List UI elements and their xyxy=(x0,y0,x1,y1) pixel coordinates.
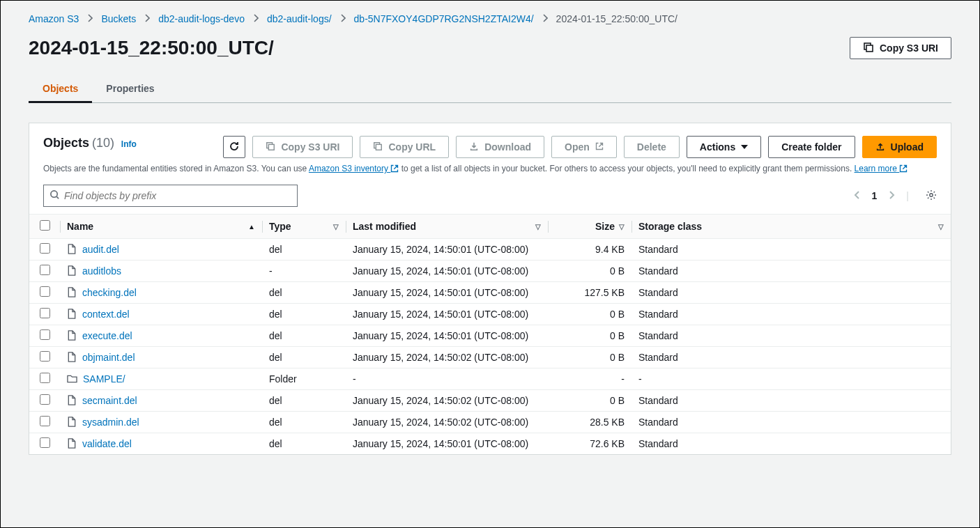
col-header-name[interactable]: Name▲ xyxy=(60,215,262,239)
breadcrumb-link[interactable]: Amazon S3 xyxy=(29,13,79,24)
cell-storage: Standard xyxy=(631,282,951,304)
row-checkbox[interactable] xyxy=(40,308,50,318)
breadcrumb-link[interactable]: db2-audit-logs-devo xyxy=(158,13,245,24)
cell-size: 127.5 KB xyxy=(548,282,631,304)
col-storage-label: Storage class xyxy=(638,221,702,232)
row-checkbox[interactable] xyxy=(40,373,50,383)
settings-button[interactable] xyxy=(926,189,937,203)
row-checkbox[interactable] xyxy=(40,286,50,297)
open-button[interactable]: Open xyxy=(551,136,617,158)
chevron-right-icon xyxy=(253,14,259,24)
panel-title: Objects xyxy=(43,136,89,150)
folder-icon xyxy=(67,374,77,384)
filter-icon: ▽ xyxy=(535,223,541,231)
cell-type: Folder xyxy=(262,368,346,390)
copy-s3-uri-label: Copy S3 URI xyxy=(880,42,938,54)
sort-asc-icon: ▲ xyxy=(248,223,255,231)
row-checkbox[interactable] xyxy=(40,437,50,448)
filter-icon: ▽ xyxy=(619,223,625,231)
object-name-link[interactable]: execute.del xyxy=(82,330,132,341)
object-name-link[interactable]: objmaint.del xyxy=(82,352,135,363)
cell-storage: Standard xyxy=(631,325,951,347)
copy-icon xyxy=(373,141,383,153)
table-row: validate.deldelJanuary 15, 2024, 14:50:0… xyxy=(29,433,951,455)
learn-more-link[interactable]: Learn more xyxy=(855,164,908,173)
cell-size: - xyxy=(548,368,631,390)
copy-url-button[interactable]: Copy URL xyxy=(360,136,449,158)
row-checkbox[interactable] xyxy=(40,351,50,362)
prev-page-button[interactable] xyxy=(854,190,861,202)
select-all-checkbox[interactable] xyxy=(40,220,50,231)
create-folder-button[interactable]: Create folder xyxy=(768,136,855,158)
file-icon xyxy=(67,352,77,362)
cell-modified: January 15, 2024, 14:50:01 (UTC-08:00) xyxy=(346,282,548,304)
cell-size: 0 B xyxy=(548,347,631,368)
tab-objects[interactable]: Objects xyxy=(29,76,92,103)
info-link[interactable]: Info xyxy=(121,139,137,149)
cell-modified: January 15, 2024, 14:50:01 (UTC-08:00) xyxy=(346,433,548,455)
delete-label: Delete xyxy=(637,141,666,153)
table-row: sysadmin.deldelJanuary 15, 2024, 14:50:0… xyxy=(29,412,951,433)
cell-type: del xyxy=(262,347,346,368)
col-type-label: Type xyxy=(269,221,291,232)
col-header-size[interactable]: Size▽ xyxy=(548,215,631,239)
download-label: Download xyxy=(484,141,531,153)
next-page-button[interactable] xyxy=(888,190,895,202)
upload-label: Upload xyxy=(891,141,924,153)
download-button[interactable]: Download xyxy=(456,136,544,158)
upload-icon xyxy=(875,141,885,153)
breadcrumb-link[interactable]: Buckets xyxy=(101,13,136,24)
copy-s3-uri-button[interactable]: Copy S3 URI xyxy=(850,37,951,59)
tab-properties[interactable]: Properties xyxy=(92,76,168,102)
col-header-type[interactable]: Type▽ xyxy=(262,215,346,239)
breadcrumb-link[interactable]: db2-audit-logs/ xyxy=(267,13,332,24)
object-name-link[interactable]: validate.del xyxy=(82,438,132,449)
search-box[interactable] xyxy=(43,185,298,207)
col-header-storage[interactable]: Storage class▽ xyxy=(631,215,951,239)
cell-type: del xyxy=(262,412,346,433)
actions-button[interactable]: Actions xyxy=(687,136,761,158)
object-name-link[interactable]: audit.del xyxy=(82,244,119,255)
cell-type: del xyxy=(262,304,346,325)
copy-s3-uri-toolbar-label: Copy S3 URI xyxy=(281,141,339,153)
filter-icon: ▽ xyxy=(938,223,944,231)
object-name-link[interactable]: checking.del xyxy=(82,287,137,298)
object-name-link[interactable]: secmaint.del xyxy=(82,395,137,406)
file-icon xyxy=(67,244,77,254)
copy-s3-uri-toolbar-button[interactable]: Copy S3 URI xyxy=(252,136,353,158)
cell-size: 72.6 KB xyxy=(548,433,631,455)
cell-storage: - xyxy=(631,368,951,390)
pagination: 1 | xyxy=(854,189,937,203)
object-name-link[interactable]: SAMPLE/ xyxy=(83,373,125,385)
row-checkbox[interactable] xyxy=(40,394,50,405)
breadcrumb-link[interactable]: db-5N7FXOY4GDP7RG2NSH2ZTAI2W4/ xyxy=(354,13,534,24)
file-icon xyxy=(67,395,77,405)
chevron-right-icon xyxy=(87,14,93,24)
refresh-button[interactable] xyxy=(223,136,245,158)
chevron-right-icon xyxy=(542,14,548,24)
cell-modified: January 15, 2024, 14:50:02 (UTC-08:00) xyxy=(346,347,548,368)
cell-type: del xyxy=(262,325,346,347)
col-header-modified[interactable]: Last modified▽ xyxy=(346,215,548,239)
object-name-link[interactable]: auditlobs xyxy=(82,265,121,277)
row-checkbox[interactable] xyxy=(40,416,50,426)
delete-button[interactable]: Delete xyxy=(624,136,680,158)
row-checkbox[interactable] xyxy=(40,265,50,275)
object-name-link[interactable]: sysadmin.del xyxy=(82,417,139,428)
search-input[interactable] xyxy=(64,190,291,201)
caret-down-icon xyxy=(741,141,748,153)
object-name-link[interactable]: context.del xyxy=(82,309,130,320)
actions-label: Actions xyxy=(700,141,735,153)
panel-count: (10) xyxy=(92,136,114,150)
col-modified-label: Last modified xyxy=(353,221,416,232)
cell-storage: Standard xyxy=(631,390,951,412)
s3-inventory-link[interactable]: Amazon S3 inventory xyxy=(309,164,399,173)
filter-icon: ▽ xyxy=(333,223,339,231)
row-checkbox[interactable] xyxy=(40,329,50,340)
open-label: Open xyxy=(565,141,590,153)
external-link-icon xyxy=(390,164,399,175)
cell-modified: - xyxy=(346,368,548,390)
row-checkbox[interactable] xyxy=(40,243,50,254)
upload-button[interactable]: Upload xyxy=(862,136,937,158)
col-size-label: Size xyxy=(595,221,615,232)
